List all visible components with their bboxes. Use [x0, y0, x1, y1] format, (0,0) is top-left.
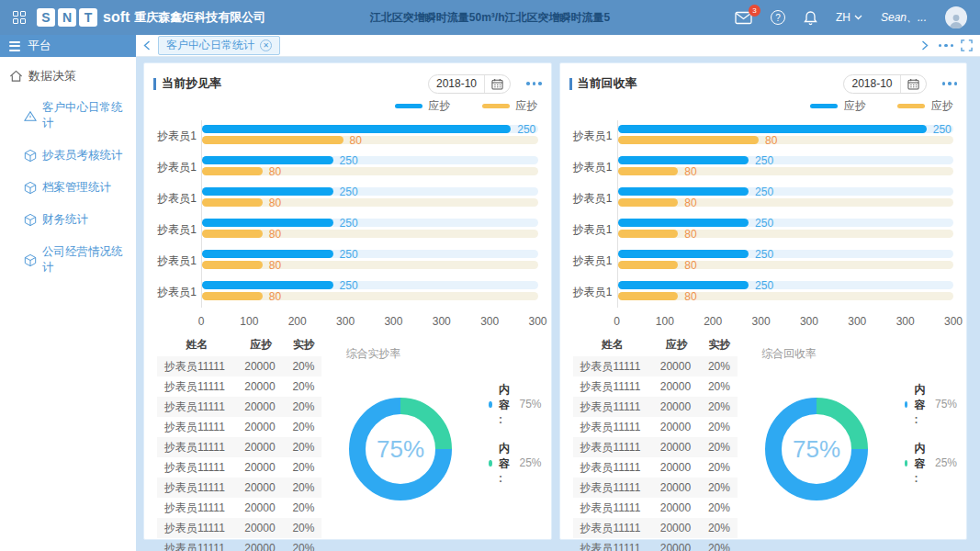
panel-more-icon[interactable] — [940, 82, 958, 85]
x-tick-label: 0 — [198, 315, 205, 328]
x-tick-label: 300 — [800, 315, 818, 328]
tab-bar: 客户中心日常统计 ✕ — [136, 35, 980, 57]
category-label: 抄表员1 — [151, 160, 197, 175]
bar-fill-blue — [618, 125, 927, 133]
user-avatar[interactable] — [945, 6, 967, 28]
username-label: Sean、... — [881, 10, 927, 26]
bar-group: 抄表员125080 — [202, 276, 538, 308]
table-header-cell: 应抄 — [652, 333, 702, 356]
main-area: 平台 数据决策 客户中心日常统计 抄表员考核统计 — [0, 35, 980, 551]
bar-track-yellow: 80 — [202, 261, 538, 269]
table-cell: 20% — [702, 478, 738, 498]
user-menu[interactable]: Sean、... — [881, 10, 927, 26]
legend-item[interactable]: 应抄 — [482, 98, 538, 114]
bar-fill-blue — [202, 187, 333, 196]
chevron-down-icon — [854, 15, 862, 20]
legend-item[interactable]: 应抄 — [897, 98, 953, 114]
legend-item[interactable]: 应抄 — [395, 98, 451, 114]
bar-track-blue: 250 — [202, 125, 538, 133]
bar-group: 抄表员125080 — [202, 214, 538, 245]
x-tick-label: 100 — [656, 315, 674, 328]
sidebar-item-finance-stats[interactable]: 财务统计 — [0, 204, 136, 236]
help-icon[interactable]: ? — [771, 10, 785, 25]
table-cell: 抄表员11111 — [157, 377, 237, 397]
bar-fill-blue — [618, 219, 749, 227]
donut-legend: 内容 75% 内容 25% — [905, 382, 957, 485]
slice-value: 75% — [519, 398, 541, 410]
slice-value: 25% — [519, 456, 541, 469]
slice-name: 内容 — [914, 441, 929, 485]
sidebar-item-label: 客户中心日常统计 — [42, 100, 130, 131]
donut-legend-item[interactable]: 内容 25% — [905, 441, 957, 485]
sidebar-item-archive-management[interactable]: 档案管理统计 — [0, 172, 136, 204]
table-cell: 20% — [287, 478, 322, 498]
table-cell: 20000 — [652, 356, 702, 377]
tab-close-icon[interactable]: ✕ — [260, 39, 272, 51]
bar-fill-yellow — [202, 292, 263, 300]
x-tick-label: 300 — [944, 315, 963, 328]
legend-swatch-blue — [395, 104, 422, 108]
language-selector[interactable]: ZH — [836, 11, 862, 24]
panel-more-icon[interactable] — [524, 82, 542, 85]
table-row: 抄表员111112000020% — [573, 417, 738, 437]
tabs-scroll-right-icon[interactable] — [921, 40, 929, 51]
table-row: 抄表员111112000020% — [573, 377, 738, 397]
bar-track-blue: 250 — [618, 187, 954, 196]
company-name: 重庆森鑫炬科技有限公司 — [134, 9, 265, 26]
bar-track-blue: 250 — [202, 187, 538, 196]
table-cell: 20% — [287, 417, 322, 437]
date-picker[interactable]: 2018-10 — [843, 74, 926, 94]
category-label: 抄表员1 — [151, 129, 197, 144]
bar-fill-yellow — [202, 167, 263, 175]
brand-logo: S N T soft 重庆森鑫炬科技有限公司 — [37, 8, 265, 27]
tab-customer-center-daily[interactable]: 客户中心日常统计 ✕ — [158, 36, 280, 55]
sidebar-group-data-decision[interactable]: 数据决策 — [0, 57, 136, 92]
bar-value: 250 — [517, 123, 535, 136]
table-cell: 抄表员11111 — [157, 478, 237, 498]
mail-icon[interactable]: 3 — [735, 11, 752, 25]
date-picker[interactable]: 2018-10 — [428, 74, 511, 94]
legend-item[interactable]: 应抄 — [810, 98, 866, 114]
bar-fill-blue — [202, 156, 333, 164]
category-label: 抄表员1 — [151, 253, 197, 269]
sidebar-platform-header[interactable]: 平台 — [0, 35, 136, 57]
sidebar-item-meter-reader-assessment[interactable]: 抄表员考核统计 — [0, 140, 136, 172]
donut-legend-item[interactable]: 内容 25% — [489, 441, 541, 485]
sidebar-item-company-operation[interactable]: 公司经营情况统计 — [0, 236, 136, 284]
table-body: 抄表员111112000020%抄表员111112000020%抄表员11111… — [573, 356, 738, 551]
bar-value: 80 — [684, 228, 696, 241]
bar-fill-yellow — [202, 261, 263, 269]
table-row: 抄表员111112000020% — [573, 356, 738, 377]
slice-name: 内容 — [914, 382, 929, 426]
bar-track-blue: 250 — [618, 125, 954, 133]
sidebar-item-customer-center-daily[interactable]: 客户中心日常统计 — [0, 92, 136, 140]
bar-group: 抄表员125080 — [202, 183, 538, 214]
donut-legend-item[interactable]: 内容 75% — [489, 382, 541, 426]
fullscreen-icon[interactable] — [961, 39, 973, 51]
bar-value: 80 — [684, 290, 696, 303]
bar-value: 250 — [755, 248, 773, 261]
bar-fill-blue — [618, 281, 749, 289]
bar-track-blue: 250 — [202, 219, 538, 227]
tabs-scroll-left-icon[interactable] — [143, 40, 151, 51]
table-cell: 20000 — [237, 457, 287, 478]
language-label: ZH — [836, 11, 850, 24]
bell-icon[interactable] — [804, 10, 817, 26]
donut-chart: 75% 内容 75% — [345, 382, 541, 516]
legend-dot-blue — [905, 401, 907, 408]
bar-group: 抄表员125080 — [618, 152, 954, 183]
x-tick-label: 300 — [433, 315, 451, 328]
tabs-more-icon[interactable] — [936, 44, 954, 48]
bar-track-yellow: 80 — [202, 167, 538, 175]
legend-label: 应抄 — [516, 98, 538, 114]
bar-chart: 抄表员125080抄表员125080抄表员125080抄表员125080抄表员1… — [569, 120, 958, 328]
table-row: 抄表员111112000020% — [573, 397, 738, 417]
table-row: 抄表员111112000020% — [573, 538, 738, 551]
table-header-cell: 应抄 — [237, 333, 287, 356]
table-cell: 20000 — [652, 478, 702, 498]
apps-grid-icon[interactable] — [13, 11, 26, 24]
donut-legend-item[interactable]: 内容 75% — [905, 382, 957, 426]
table-cell: 抄表员11111 — [573, 437, 653, 457]
x-tick-label: 300 — [528, 315, 546, 328]
bar-value: 250 — [340, 248, 358, 261]
